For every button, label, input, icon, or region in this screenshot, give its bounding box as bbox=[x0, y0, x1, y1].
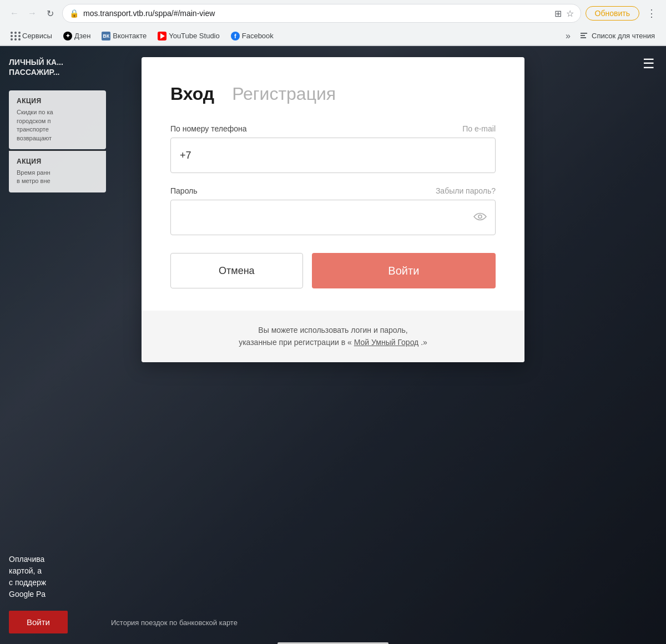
forgot-password-link[interactable]: Забыли пароль? bbox=[436, 186, 496, 195]
url-text: mos.transport.vtb.ru/sppa/#/main-view bbox=[83, 9, 550, 18]
password-input[interactable] bbox=[170, 200, 496, 235]
cancel-button[interactable]: Отмена bbox=[170, 253, 303, 288]
bookmark-facebook-label: Facebook bbox=[242, 32, 274, 40]
update-button[interactable]: Обновить bbox=[586, 6, 639, 21]
bookmark-services-label: Сервисы bbox=[22, 32, 52, 40]
modal-body: Вход Регистрация По номеру телефона По e… bbox=[142, 57, 524, 311]
page-background: ЛИЧНЫЙ КА... ПАССАЖИР... АКЦИЯ Скидки по… bbox=[0, 46, 666, 644]
reading-list-icon bbox=[579, 32, 588, 40]
youtube-icon bbox=[158, 32, 167, 40]
password-label-row: Пароль Забыли пароль? bbox=[170, 186, 496, 195]
browser-chrome: ← → ↻ 🔒 mos.transport.vtb.ru/sppa/#/main… bbox=[0, 0, 666, 46]
phone-input[interactable] bbox=[170, 138, 496, 173]
dzen-icon: ✦ bbox=[63, 32, 72, 40]
svg-rect-0 bbox=[581, 33, 587, 34]
bookmark-youtube[interactable]: YouTube Studio bbox=[153, 31, 224, 42]
nav-buttons: ← → ↻ bbox=[7, 6, 58, 21]
bookmark-dzen[interactable]: ✦ Дзен bbox=[59, 31, 95, 42]
forward-button[interactable]: → bbox=[24, 6, 40, 21]
bookmark-services[interactable]: Сервисы bbox=[7, 31, 57, 42]
smart-city-link[interactable]: Мой Умный Город bbox=[354, 338, 419, 347]
bookmarks-bar: Сервисы ✦ Дзен ВК Вконтакте YouTube Stud… bbox=[0, 27, 666, 45]
back-button[interactable]: ← bbox=[7, 6, 22, 21]
email-link[interactable]: По e-mail bbox=[462, 124, 496, 133]
login-modal: Вход Регистрация По номеру телефона По e… bbox=[142, 57, 524, 362]
tab-login[interactable]: Вход bbox=[170, 84, 214, 104]
modal-backdrop: Вход Регистрация По номеру телефона По e… bbox=[0, 46, 666, 644]
facebook-icon: f bbox=[231, 32, 240, 40]
show-password-icon[interactable] bbox=[473, 211, 487, 224]
modal-actions: Отмена Войти bbox=[170, 253, 496, 288]
phone-input-wrapper bbox=[170, 138, 496, 173]
modal-footer-text: Вы можете использовать логин и пароль, у… bbox=[170, 324, 496, 349]
svg-rect-1 bbox=[581, 35, 585, 36]
modal-footer: Вы можете использовать логин и пароль, у… bbox=[142, 311, 524, 362]
modal-tabs: Вход Регистрация bbox=[170, 84, 496, 104]
bookmark-star-icon[interactable]: ☆ bbox=[566, 8, 574, 19]
login-button[interactable]: Войти bbox=[312, 253, 496, 288]
browser-toolbar: ← → ↻ 🔒 mos.transport.vtb.ru/sppa/#/main… bbox=[0, 0, 666, 27]
vk-icon: ВК bbox=[102, 32, 110, 40]
phone-email-toggle: По номеру телефона По e-mail bbox=[170, 124, 496, 133]
svg-rect-2 bbox=[581, 37, 586, 38]
reading-list[interactable]: Список для чтения bbox=[575, 31, 659, 42]
address-bar[interactable]: 🔒 mos.transport.vtb.ru/sppa/#/main-view … bbox=[62, 4, 581, 23]
bookmark-vk-label: Вконтакте bbox=[113, 32, 147, 40]
browser-menu-button[interactable]: ⋮ bbox=[644, 6, 659, 21]
password-section: Пароль Забыли пароль? bbox=[170, 186, 496, 235]
browser-actions: Обновить ⋮ bbox=[586, 6, 659, 21]
apps-grid-icon bbox=[11, 32, 20, 40]
password-label: Пароль bbox=[170, 186, 198, 195]
bookmark-youtube-label: YouTube Studio bbox=[169, 32, 220, 40]
reading-list-label: Список для чтения bbox=[592, 32, 655, 40]
password-input-wrapper bbox=[170, 200, 496, 235]
refresh-button[interactable]: ↻ bbox=[42, 6, 58, 21]
bookmark-vk[interactable]: ВК Вконтакте bbox=[97, 31, 151, 42]
translate-icon[interactable]: ⊞ bbox=[554, 8, 562, 19]
lock-icon: 🔒 bbox=[69, 9, 79, 18]
bookmark-facebook[interactable]: f Facebook bbox=[226, 31, 278, 42]
bookmark-dzen-label: Дзен bbox=[74, 32, 90, 40]
phone-label: По номеру телефона bbox=[170, 124, 247, 133]
svg-point-3 bbox=[478, 215, 482, 219]
tab-register[interactable]: Регистрация bbox=[232, 84, 336, 104]
bookmarks-more-button[interactable]: » bbox=[566, 31, 571, 41]
